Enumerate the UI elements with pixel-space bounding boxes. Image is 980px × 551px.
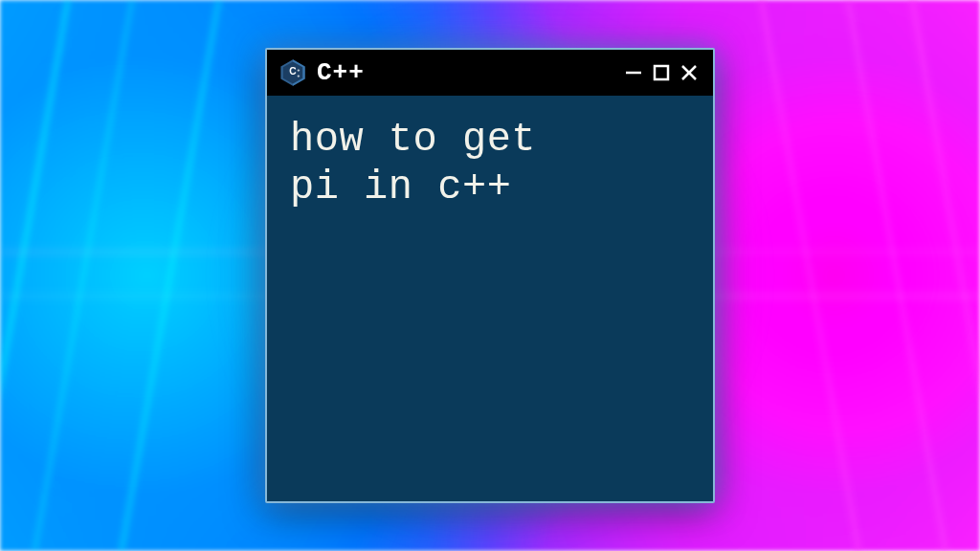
window-title: C++ [317,58,365,87]
terminal-body[interactable]: how to get pi in c++ [267,96,713,232]
svg-text:+: + [298,74,301,78]
window-controls [623,62,700,83]
titlebar[interactable]: C + + C++ [267,50,713,96]
maximize-icon [652,63,671,82]
terminal-window: C + + C++ [265,48,715,503]
close-button[interactable] [679,62,700,83]
close-icon [679,62,700,83]
minimize-button[interactable] [623,62,644,83]
minimize-icon [623,62,644,83]
svg-rect-7 [655,66,668,79]
maximize-button[interactable] [652,63,671,82]
svg-text:+: + [298,68,301,73]
cpp-logo-icon: C + + [278,58,307,87]
terminal-text: how to get pi in c++ [290,117,690,211]
svg-text:C: C [289,66,297,77]
